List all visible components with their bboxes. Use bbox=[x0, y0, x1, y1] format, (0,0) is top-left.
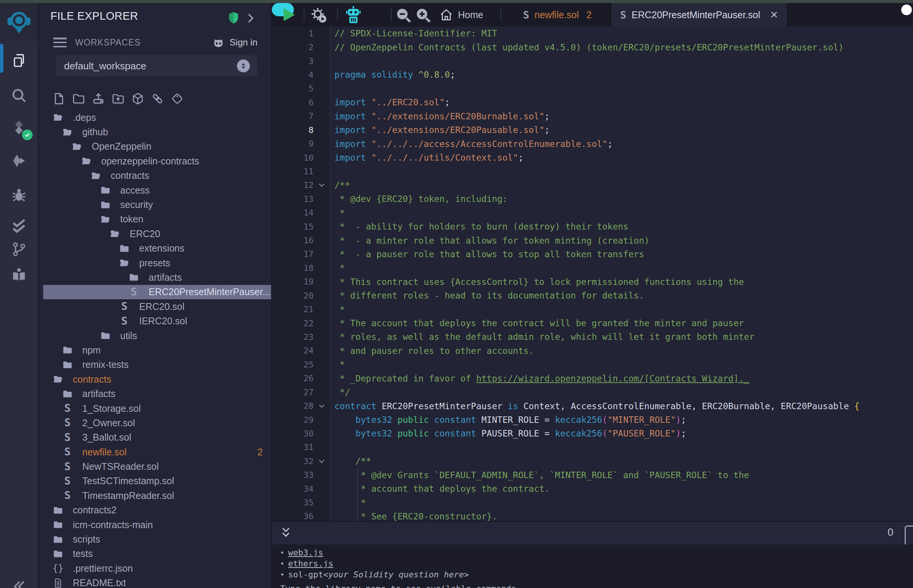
workspaces-menu-icon[interactable] bbox=[53, 37, 67, 47]
chevron-right-icon[interactable] bbox=[246, 13, 255, 24]
line-number: 11 bbox=[272, 167, 314, 176]
upload-file-icon[interactable] bbox=[92, 91, 105, 106]
fold-chevron-icon[interactable] bbox=[314, 459, 330, 464]
code-editor[interactable]: 1// SPDX-License-Identifier: MIT2// Open… bbox=[272, 26, 913, 521]
search-icon[interactable] bbox=[8, 85, 29, 106]
tree-item[interactable]: github bbox=[39, 124, 271, 139]
tree-item[interactable]: openzeppelin-contracts bbox=[39, 154, 271, 168]
library-link[interactable]: web3.js bbox=[288, 548, 324, 557]
tree-item[interactable]: README.txt bbox=[39, 576, 271, 588]
library-link[interactable]: ethers.js bbox=[288, 559, 333, 568]
tree-item[interactable]: .deps bbox=[39, 110, 271, 124]
solidity-compiler-icon[interactable] bbox=[8, 118, 29, 139]
tree-item[interactable]: S2_Owner.sol bbox=[39, 416, 271, 430]
learneth-icon[interactable] bbox=[8, 265, 29, 286]
fold-chevron-icon[interactable] bbox=[314, 404, 330, 408]
code-text: bytes32 public constant MINTER_ROLE = ke… bbox=[330, 415, 686, 425]
tree-item[interactable]: tests bbox=[39, 547, 271, 561]
home-icon bbox=[439, 8, 453, 21]
tree-item[interactable]: S3_Ballot.sol bbox=[39, 430, 271, 445]
tree-item-label: OpenZeppelin bbox=[92, 141, 151, 152]
ai-assistant-button[interactable] bbox=[345, 5, 362, 25]
code-line: 8import "../extensions/ERC20Pausable.sol… bbox=[272, 123, 913, 137]
tree-item[interactable]: STestSCTimestamp.sol bbox=[39, 474, 271, 488]
file-explorer-icon[interactable] bbox=[8, 50, 29, 71]
tree-item[interactable]: contracts bbox=[39, 169, 271, 183]
zoom-in-button[interactable] bbox=[414, 6, 432, 24]
folder-closed-icon bbox=[100, 330, 111, 341]
tree-item[interactable]: security bbox=[39, 197, 271, 212]
code-text: */ bbox=[330, 387, 350, 397]
upload-folder-icon[interactable] bbox=[112, 91, 125, 106]
new-folder-icon[interactable] bbox=[72, 91, 85, 106]
tree-item[interactable]: scripts bbox=[39, 532, 271, 546]
fold-chevron-icon[interactable] bbox=[314, 183, 330, 187]
tree-item[interactable]: contracts bbox=[39, 372, 271, 386]
tree-item[interactable]: OpenZeppelin bbox=[39, 139, 271, 154]
tree-item[interactable]: {}.prettierrc.json bbox=[39, 561, 271, 575]
tree-item[interactable]: artifacts bbox=[39, 386, 271, 401]
compile-run-button[interactable] bbox=[309, 6, 328, 24]
terminal-scrollbar[interactable] bbox=[905, 525, 913, 546]
publish-gist-icon[interactable] bbox=[171, 91, 184, 106]
zoom-out-button[interactable] bbox=[395, 6, 412, 24]
code-line: 10import "../../../utils/Context.sol"; bbox=[272, 151, 913, 165]
tree-item[interactable]: SERC20.sol bbox=[39, 299, 271, 314]
tab-home[interactable]: Home bbox=[434, 3, 489, 26]
tree-item[interactable]: STimestampReader.sol bbox=[39, 488, 271, 503]
tree-item[interactable]: token bbox=[39, 212, 271, 226]
doc-link[interactable]: https://wizard.openzeppelin.com/[Contrac… bbox=[476, 373, 749, 383]
git-icon[interactable] bbox=[8, 239, 29, 260]
tab-ERC20PresetMinterPauser.sol[interactable]: SERC20PresetMinterPauser.sol✕ bbox=[610, 3, 788, 26]
tree-item[interactable]: contracts2 bbox=[39, 503, 271, 517]
tree-item[interactable]: access bbox=[39, 183, 271, 197]
tree-item[interactable]: extensions bbox=[39, 241, 271, 256]
line-number: 26 bbox=[272, 373, 314, 383]
tree-item[interactable]: artifacts bbox=[39, 270, 271, 284]
debugger-icon[interactable] bbox=[8, 184, 29, 205]
activity-bar bbox=[0, 3, 39, 588]
workspace-switch-icon[interactable] bbox=[237, 60, 250, 73]
code-line: 7import "../extensions/ERC20Burnable.sol… bbox=[272, 110, 913, 123]
line-number: 23 bbox=[272, 332, 314, 342]
tree-item[interactable]: ERC20 bbox=[39, 226, 271, 241]
tree-item[interactable]: presets bbox=[39, 256, 271, 270]
folder-closed-icon bbox=[128, 272, 139, 283]
line-number: 30 bbox=[272, 429, 314, 438]
close-icon[interactable]: ✕ bbox=[770, 9, 779, 21]
folder-closed-icon bbox=[53, 549, 63, 559]
code-line: 25 * bbox=[272, 358, 913, 371]
tree-item[interactable]: icm-contracts-main bbox=[39, 517, 271, 532]
tree-item[interactable]: Snewfile.sol2 bbox=[39, 445, 271, 459]
new-file-icon[interactable] bbox=[52, 91, 66, 106]
tree-item[interactable]: remix-tests bbox=[39, 358, 271, 372]
zoom-in-icon bbox=[414, 6, 432, 24]
collapse-left-icon[interactable] bbox=[8, 576, 29, 588]
deploy-run-icon[interactable] bbox=[8, 151, 29, 172]
line-number: 4 bbox=[272, 70, 314, 79]
tab-newfile.sol[interactable]: Snewfile.sol2 bbox=[505, 3, 610, 26]
remixd-link-icon[interactable] bbox=[151, 91, 164, 106]
line-number: 25 bbox=[272, 360, 314, 369]
tree-item-label: icm-contracts-main bbox=[73, 519, 153, 530]
terminal-collapse-icon[interactable] bbox=[280, 526, 291, 541]
tree-item[interactable]: npm bbox=[39, 343, 271, 357]
workspace-select[interactable]: default_workspace bbox=[56, 55, 257, 76]
run-script-button[interactable] bbox=[282, 8, 297, 22]
tree-item-label: artifacts bbox=[149, 272, 182, 283]
tree-item[interactable]: SNewTSReader.sol bbox=[39, 459, 271, 473]
unit-testing-icon[interactable] bbox=[8, 215, 29, 236]
code-line: 12/** bbox=[272, 178, 913, 192]
terminal-header[interactable]: 0 bbox=[272, 521, 913, 545]
tree-item[interactable]: SIERC20.sol bbox=[39, 314, 271, 328]
folder-open-icon bbox=[53, 112, 63, 123]
file-explorer-panel: FILE EXPLORER WORKSPACES Sign in default… bbox=[39, 3, 272, 588]
sign-in-button[interactable]: Sign in bbox=[211, 35, 257, 50]
remix-logo[interactable] bbox=[0, 3, 38, 41]
code-text: * @dev {ERC20} token, including: bbox=[330, 194, 508, 204]
tree-item[interactable]: SERC20PresetMinterPauser... bbox=[43, 285, 271, 299]
ipfs-box-icon[interactable] bbox=[131, 91, 144, 106]
code-line: 30 bytes32 public constant PAUSER_ROLE =… bbox=[272, 426, 913, 440]
tree-item[interactable]: utils bbox=[39, 328, 271, 343]
tree-item[interactable]: S1_Storage.sol bbox=[39, 401, 271, 416]
